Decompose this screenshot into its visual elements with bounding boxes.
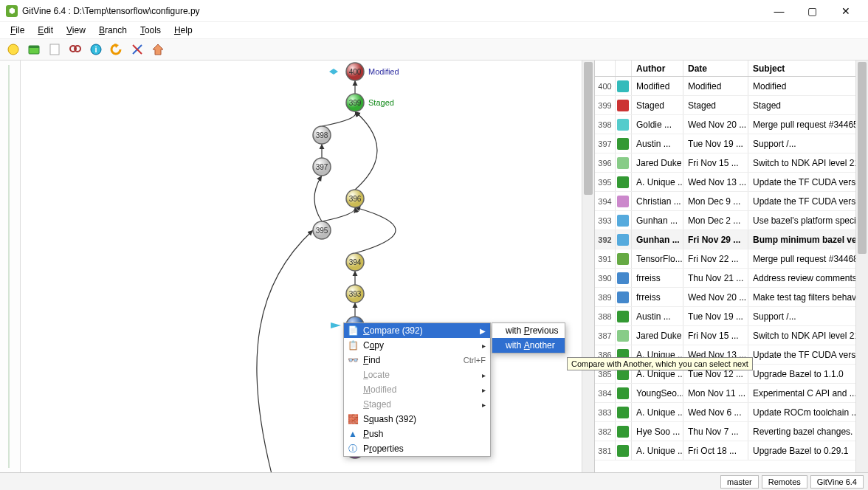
table-row[interactable]: 382Hye Soo ...Thu Nov 7 ...Reverting baz… <box>595 422 868 441</box>
close-button[interactable]: ✕ <box>829 1 862 21</box>
commit-node-397[interactable]: 397 <box>313 158 331 176</box>
table-row[interactable]: 387Jared DukeFri Nov 15 ...Switch to NDK… <box>595 326 868 345</box>
row-index: 399 <box>595 96 616 114</box>
row-avatar <box>616 153 632 172</box>
row-avatar <box>616 211 632 230</box>
open-icon[interactable] <box>25 41 43 58</box>
ctx-copy[interactable]: 📋 Copy ▸ <box>344 338 490 353</box>
undo-icon[interactable] <box>108 41 125 58</box>
table-row[interactable]: 393Gunhan ...Mon Dec 2 ...Use bazel's pl… <box>595 211 868 230</box>
row-subject: Switch to NDK API level 21 <box>748 326 868 345</box>
row-index: 392 <box>595 230 616 249</box>
ctx-locate: Locate▸ <box>344 368 490 382</box>
menu-branch[interactable]: Branch <box>93 24 133 37</box>
ctx-modified: Modified▸ <box>344 382 490 397</box>
table-row[interactable]: 391TensorFlo...Fri Nov 22 ...Merge pull … <box>595 249 868 269</box>
row-avatar <box>616 403 632 421</box>
table-row[interactable]: 390frreissThu Nov 21 ...Address review c… <box>595 269 868 288</box>
svg-point-23 <box>346 63 364 80</box>
home-icon[interactable] <box>149 41 167 58</box>
table-header: Author Date Subject <box>595 61 868 77</box>
ctx-squash[interactable]: 🧱 Squash (392) <box>344 412 490 427</box>
status-app[interactable]: GitVine 6.4 <box>810 475 864 489</box>
row-subject: Address review comments <box>748 269 868 287</box>
maximize-button[interactable]: ▢ <box>796 1 829 21</box>
menu-edit[interactable]: Edit <box>32 24 59 37</box>
table-row[interactable]: 400ModifiedModifiedModified <box>595 77 868 96</box>
minimize-button[interactable]: — <box>762 1 796 21</box>
ctx-properties[interactable]: ⓘ Properties <box>344 441 490 456</box>
commit-node-399[interactable]: 399Staged <box>346 94 394 111</box>
find-icon[interactable] <box>66 41 84 58</box>
row-index: 381 <box>595 441 616 460</box>
graph-scrollbar[interactable] <box>582 61 594 472</box>
row-subject: Update the TF CUDA version ... <box>748 173 868 191</box>
ctx-push[interactable]: ▲ Push <box>344 427 490 441</box>
status-remotes[interactable]: Remotes <box>762 475 807 489</box>
menu-file[interactable]: File <box>4 24 30 37</box>
row-index: 400 <box>595 77 616 95</box>
row-avatar <box>616 307 632 325</box>
table-row[interactable]: 388Austin ...Tue Nov 19 ...Support /... <box>595 307 868 326</box>
row-author: Jared Duke <box>632 326 683 345</box>
save-icon[interactable] <box>46 41 63 58</box>
status-branch[interactable]: master <box>720 475 759 489</box>
row-subject: Staged <box>748 96 868 114</box>
table-row[interactable]: 389frreissWed Nov 20 ...Make test tag fi… <box>595 288 868 307</box>
row-author: Austin ... <box>632 134 683 153</box>
commit-node-400[interactable]: 400Modified <box>346 63 399 80</box>
submenu-arrow-icon: ▶ <box>480 327 486 335</box>
svg-point-37 <box>346 253 364 271</box>
table-row[interactable]: 399StagedStagedStaged <box>595 96 868 115</box>
menu-tools[interactable]: Tools <box>134 24 167 37</box>
ctx-compare[interactable]: 📄 Compare (392) ▶ <box>344 323 490 338</box>
table-row[interactable]: 392Gunhan ...Fri Nov 29 ...Bump minimum … <box>595 230 868 249</box>
table-row[interactable]: 394Christian ...Mon Dec 9 ...Update the … <box>595 192 868 211</box>
row-avatar <box>616 115 632 134</box>
menu-help[interactable]: Help <box>168 24 199 37</box>
find-icon: 👓 <box>347 354 359 366</box>
row-avatar <box>616 134 632 153</box>
row-index: 394 <box>595 192 616 210</box>
header-author[interactable]: Author <box>632 61 683 76</box>
commit-node-394[interactable]: 394 <box>346 253 364 271</box>
window-title: GitVine 6.4 : D:\Temp\tensorflow\configu… <box>22 6 762 16</box>
header-subject[interactable]: Subject <box>748 61 868 76</box>
table-row[interactable]: 384YoungSeo...Mon Nov 11 ...Experimental… <box>595 384 868 403</box>
table-row[interactable]: 398Goldie ...Wed Nov 20 ...Merge pull re… <box>595 115 868 134</box>
menu-view[interactable]: View <box>61 24 92 37</box>
new-icon[interactable] <box>4 41 22 58</box>
row-subject: Update the TF CUDA version ... <box>748 192 868 210</box>
table-row[interactable]: 395A. Unique ...Wed Nov 13 ...Update the… <box>595 173 868 192</box>
app-icon: ⬢ <box>6 5 18 17</box>
table-row[interactable]: 396Jared DukeFri Nov 15 ...Switch to NDK… <box>595 153 868 173</box>
commit-node-398[interactable]: 398 <box>313 126 331 144</box>
graph-panel[interactable]: 400Modified399Staged39839739639539439339… <box>21 61 595 472</box>
ctx-find[interactable]: 👓 Find Ctrl+F <box>344 353 490 368</box>
commit-node-393[interactable]: 393 <box>346 285 364 303</box>
commit-node-396[interactable]: 396 <box>346 190 364 207</box>
row-author: Christian ... <box>632 192 683 210</box>
table-scrollbar[interactable] <box>855 61 868 472</box>
info-icon[interactable]: i <box>87 41 105 58</box>
header-date[interactable]: Date <box>683 61 748 76</box>
svg-text:Modified: Modified <box>368 67 399 76</box>
header-index[interactable] <box>595 61 616 76</box>
commit-node-395[interactable]: 395 <box>313 221 331 239</box>
table-row[interactable]: 397Austin ...Tue Nov 19 ...Support /... <box>595 134 868 153</box>
row-author: Gunhan ... <box>632 230 683 249</box>
ctx-staged: Staged▸ <box>344 397 490 412</box>
prefs-icon[interactable] <box>128 41 146 58</box>
sub-with-another[interactable]: with Another <box>492 338 565 353</box>
table-row[interactable]: 381A. Unique ...Fri Oct 18 ...Upgrade Ba… <box>595 441 868 460</box>
row-date: Fri Oct 18 ... <box>683 441 748 460</box>
row-author: Gunhan ... <box>632 211 683 230</box>
row-date: Tue Nov 19 ... <box>683 307 748 325</box>
row-date: Fri Nov 15 ... <box>683 153 748 172</box>
svg-point-0 <box>8 44 18 55</box>
table-row[interactable]: 383A. Unique ...Wed Nov 6 ...Update ROCm… <box>595 403 868 422</box>
sub-with-previous[interactable]: with Previous <box>492 323 565 338</box>
row-subject: Use bazel's platform specific ... <box>748 211 868 230</box>
commit-graph[interactable]: 400Modified399Staged39839739639539439339… <box>21 61 594 472</box>
row-date: Wed Nov 6 ... <box>683 403 748 421</box>
